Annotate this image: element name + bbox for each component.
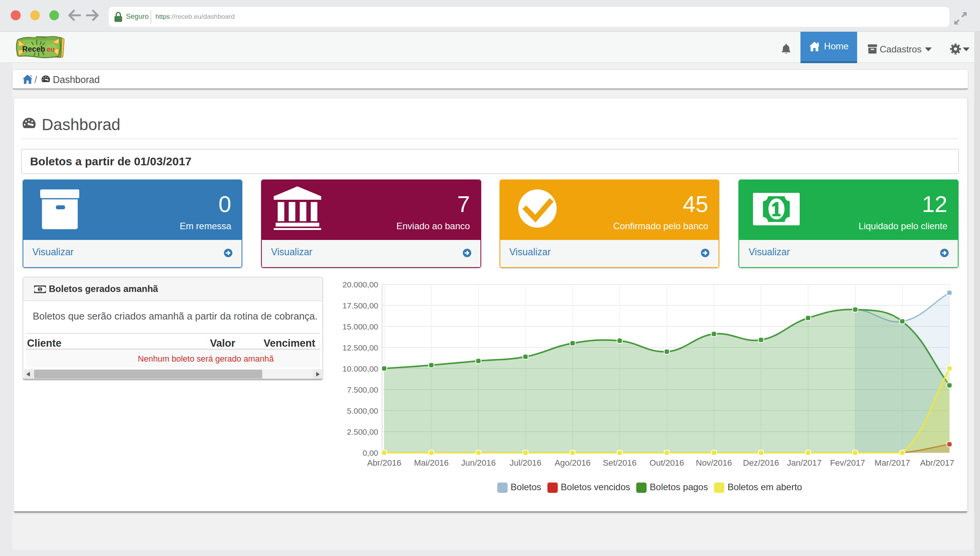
svg-text:15.000,00: 15.000,00 [343,322,378,331]
svg-text:2.500,00: 2.500,00 [347,427,378,436]
svg-text:eu: eu [47,46,55,53]
svg-text:Jun/2016: Jun/2016 [461,458,496,468]
svg-text:Nov/2016: Nov/2016 [696,458,732,468]
svg-text:5.000,00: 5.000,00 [347,406,378,415]
svg-text:Abr/2017: Abr/2017 [920,458,954,468]
svg-text:Jul/2016: Jul/2016 [510,458,541,468]
svg-text:Out/2016: Out/2016 [650,458,684,468]
svg-text:Mai/2016: Mai/2016 [414,458,449,468]
svg-text:17.500,00: 17.500,00 [343,301,378,310]
svg-text:0,00: 0,00 [363,448,378,457]
svg-text:20.000,00: 20.000,00 [343,280,378,289]
svg-text:Ago/2016: Ago/2016 [555,458,591,468]
svg-text:Mar/2017: Mar/2017 [875,458,910,468]
svg-text:10.000,00: 10.000,00 [343,364,378,373]
svg-text:Set/2016: Set/2016 [603,458,637,468]
svg-text:Dez/2016: Dez/2016 [743,458,779,468]
svg-text:7.500,00: 7.500,00 [347,385,378,394]
svg-text:12.500,00: 12.500,00 [343,343,378,352]
svg-text:Receb: Receb [22,45,45,53]
svg-text:Abr/2016: Abr/2016 [367,458,401,468]
svg-text:Jan/2017: Jan/2017 [787,458,822,468]
svg-text:1: 1 [39,287,41,292]
svg-text:Fev/2017: Fev/2017 [830,458,865,468]
